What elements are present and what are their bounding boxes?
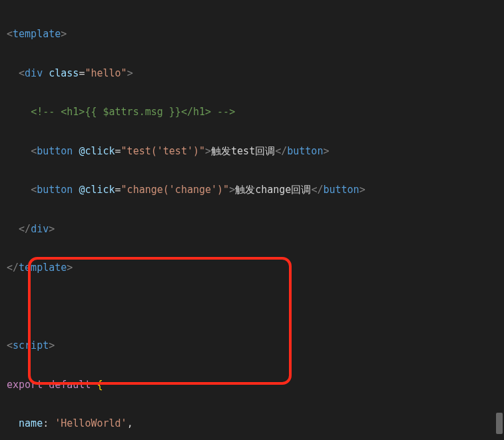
code-line: export default {	[7, 375, 497, 395]
code-line: </div>	[7, 220, 497, 239]
code-line: <button @click="test('test')">触发test回调</…	[7, 142, 497, 161]
code-line: </template>	[7, 258, 497, 278]
code-line: name: 'HelloWorld',	[7, 414, 497, 433]
code-line: <script>	[7, 336, 497, 355]
code-editor[interactable]: <template> <div class="hello"> <!-- <h1>…	[0, 0, 504, 440]
code-line: <!-- <h1>{{ $attrs.msg }}</h1> -->	[7, 103, 497, 122]
code-line: <button @click="change('change')">触发chan…	[7, 180, 497, 200]
code-line: <div class="hello">	[7, 64, 497, 83]
scrollbar-thumb[interactable]	[496, 413, 503, 434]
code-line: <template>	[7, 25, 497, 44]
code-line	[7, 298, 497, 317]
scrollbar-track[interactable]	[495, 0, 504, 440]
